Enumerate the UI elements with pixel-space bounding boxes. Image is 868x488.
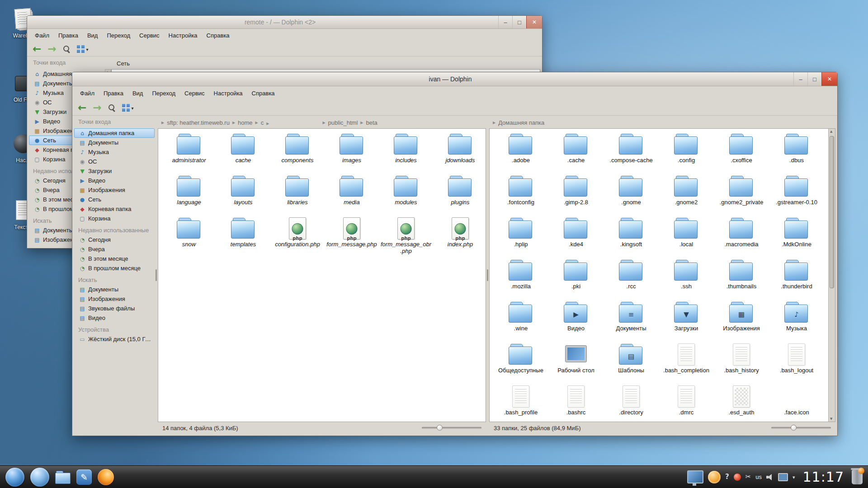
file-item[interactable]: .dbus xyxy=(769,133,824,175)
titlebar[interactable]: ivan — Dolphin xyxy=(72,72,837,86)
show-desktop-button[interactable] xyxy=(30,468,49,487)
clock[interactable]: 11:17 xyxy=(803,469,844,485)
back-icon[interactable] xyxy=(78,103,86,113)
file-item[interactable]: modules xyxy=(379,175,433,217)
file-item[interactable]: .compose-cache xyxy=(604,133,659,175)
menu-item[interactable]: Файл xyxy=(76,89,99,98)
file-item[interactable]: .face.icon xyxy=(769,385,824,422)
file-item[interactable]: plugins xyxy=(433,175,486,217)
view-splitter[interactable] xyxy=(486,117,489,434)
menu-item[interactable]: Переход xyxy=(148,89,179,98)
minimize-button[interactable] xyxy=(498,16,512,28)
display-tray-icon[interactable] xyxy=(687,470,703,483)
file-item[interactable]: .thunderbird xyxy=(769,259,824,301)
file-item[interactable]: ▶ Видео xyxy=(548,301,604,343)
file-item[interactable]: .gnome2_private xyxy=(714,175,769,217)
dolphin-window-ivan[interactable]: ivan — Dolphin ФайлПравкаВидПереходСерви… xyxy=(72,72,838,436)
file-item[interactable]: php form_message.php xyxy=(325,217,379,259)
file-item[interactable]: ▼ Загрузки xyxy=(659,301,714,343)
file-item[interactable]: images xyxy=(325,133,379,175)
menu-item[interactable]: Правка xyxy=(54,31,82,40)
view-mode-button[interactable] xyxy=(122,103,134,112)
file-item[interactable]: layouts xyxy=(216,175,270,217)
firefox-icon[interactable] xyxy=(98,469,114,485)
file-item[interactable]: .cache xyxy=(548,133,604,175)
file-item[interactable]: libraries xyxy=(270,175,325,217)
places-item[interactable]: ● Сеть xyxy=(74,195,155,204)
file-item[interactable]: .bash_logout xyxy=(769,343,824,385)
zoom-handle[interactable] xyxy=(437,425,443,431)
scrollbar-thumb[interactable] xyxy=(830,136,834,288)
file-item[interactable]: .gnome2 xyxy=(659,175,714,217)
file-item[interactable]: .bash_history xyxy=(714,343,769,385)
breadcrumb-item[interactable]: home xyxy=(232,119,253,126)
menu-item[interactable]: Настройка xyxy=(210,89,247,98)
search-item[interactable]: ▤ Звуковые файлы xyxy=(74,304,155,313)
file-item[interactable]: .ssh xyxy=(659,259,714,301)
file-item[interactable]: .fontconfig xyxy=(493,175,548,217)
file-item[interactable]: .thumbnails xyxy=(714,259,769,301)
monitor-tray-icon[interactable] xyxy=(778,473,788,481)
breadcrumb-item[interactable]: beta xyxy=(360,119,377,126)
file-item[interactable]: .dmrc xyxy=(659,385,714,422)
menu-item[interactable]: Вид xyxy=(83,31,102,40)
file-item[interactable]: .pki xyxy=(548,259,604,301)
search-icon[interactable] xyxy=(108,104,116,112)
menu-item[interactable]: Справка xyxy=(248,89,279,98)
help-tray-icon[interactable] xyxy=(725,474,729,480)
places-item[interactable]: ▦ Изображения xyxy=(74,185,155,195)
menu-item[interactable]: Файл xyxy=(31,31,53,40)
breadcrumb-item[interactable]: public_html xyxy=(322,119,358,126)
zoom-handle[interactable] xyxy=(791,425,797,431)
places-item[interactable]: ▼ Загрузки xyxy=(74,166,155,176)
menu-item[interactable]: Правка xyxy=(99,89,127,98)
close-button[interactable] xyxy=(526,16,542,28)
file-item[interactable]: .rcc xyxy=(604,259,659,301)
places-item[interactable]: ◉ ОС xyxy=(74,157,155,166)
file-item[interactable]: templates xyxy=(216,217,270,259)
file-item[interactable]: .bash_completion xyxy=(659,343,714,385)
file-item[interactable]: .MdkOnline xyxy=(769,217,824,259)
file-item[interactable]: .wine xyxy=(493,301,548,343)
recent-item[interactable]: ◔ Сегодня xyxy=(74,235,155,244)
forward-icon[interactable] xyxy=(93,103,101,113)
menu-item[interactable]: Сервис xyxy=(180,89,209,98)
zoom-slider[interactable] xyxy=(422,422,481,434)
search-item[interactable]: ▤ Видео xyxy=(74,313,155,323)
view-mode-button[interactable] xyxy=(77,45,89,53)
file-item[interactable]: .gstreamer-0.10 xyxy=(769,175,824,217)
panel-splitter[interactable] xyxy=(155,117,158,434)
zoom-slider[interactable] xyxy=(771,422,831,434)
search-item[interactable]: ▤ Документы xyxy=(74,285,155,294)
menu-item[interactable]: Сервис xyxy=(135,31,164,40)
keyboard-layout-indicator[interactable]: us xyxy=(755,474,762,480)
file-item[interactable]: snow xyxy=(162,217,216,259)
places-item[interactable]: ▢ Корзина xyxy=(74,214,155,223)
places-item[interactable]: ♪ Музыка xyxy=(74,147,155,157)
file-item[interactable]: jdownloads xyxy=(433,133,486,175)
file-item[interactable]: administrator xyxy=(162,133,216,175)
file-item[interactable]: language xyxy=(162,175,216,217)
places-item[interactable]: ▶ Видео xyxy=(74,176,155,185)
breadcrumb-item[interactable]: Домашняя папка xyxy=(493,119,544,126)
maximize-button[interactable] xyxy=(512,16,526,28)
file-item[interactable]: .adobe xyxy=(493,133,548,175)
file-item[interactable]: .hplip xyxy=(493,217,548,259)
file-item[interactable]: Рабочий стол xyxy=(548,343,604,385)
recent-item[interactable]: ◔ Вчера xyxy=(74,244,155,254)
file-item[interactable]: .local xyxy=(659,217,714,259)
recent-item[interactable]: ◔ В этом месяце xyxy=(74,254,155,263)
file-item[interactable]: .config xyxy=(659,133,714,175)
file-item[interactable]: .bashrc xyxy=(548,385,604,422)
places-item[interactable]: ▤ Документы xyxy=(74,138,155,147)
file-item[interactable]: media xyxy=(325,175,379,217)
close-button[interactable] xyxy=(821,72,837,86)
file-item[interactable]: .gimp-2.8 xyxy=(548,175,604,217)
file-item[interactable]: includes xyxy=(379,133,433,175)
settings-tray-icon[interactable] xyxy=(708,471,721,483)
file-item[interactable]: .bash_profile xyxy=(493,385,548,422)
places-item[interactable]: ◆ Корневая папка xyxy=(74,204,155,214)
file-item[interactable]: ♪ Музыка xyxy=(769,301,824,343)
file-item[interactable]: php form_message_obr.php xyxy=(379,217,433,259)
file-item[interactable]: ▤ Шаблоны xyxy=(604,343,659,385)
